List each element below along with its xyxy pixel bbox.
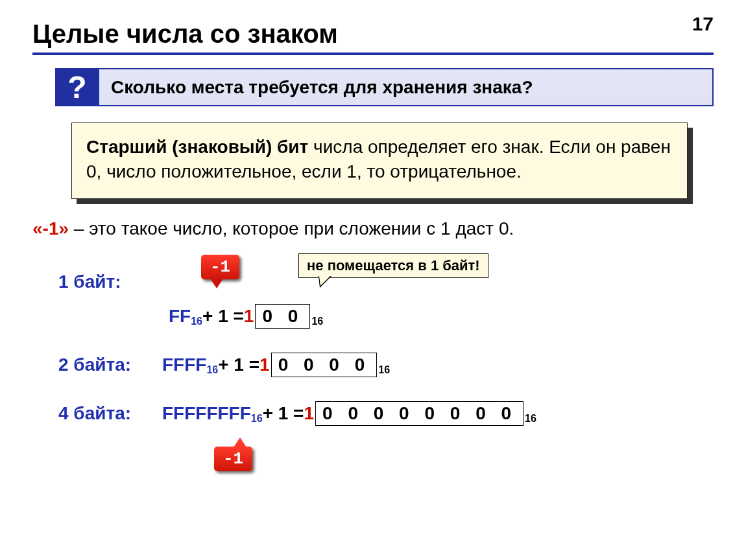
title-rule [32, 52, 714, 55]
row-2byte: 2 байта: FFFF16 + 1 = 1 0 0 0 0 16 [58, 353, 390, 377]
slide-title: Целые числа со знаком [32, 19, 714, 49]
info-bold: Старший (знаковый) бит [86, 137, 308, 157]
definition-line: «-1» – это такое число, которое при слож… [32, 218, 714, 239]
zeros-box-4: 0 0 0 0 0 0 0 0 [315, 401, 523, 426]
question-callout: ? Сколько места требуется для хранения з… [55, 68, 714, 106]
row-1byte-eq: FF16 + 1 = 1 0 0 16 [169, 304, 323, 329]
question-text: Сколько места требуется для хранения зна… [99, 68, 714, 106]
zeros-box-2: 0 0 0 0 [271, 353, 378, 377]
definition-neg: «-1» [32, 218, 69, 239]
row-1byte-label: 1 байт: [58, 272, 162, 292]
definition-rest: – это такое число, которое при сложении … [69, 218, 514, 239]
callout-neg1-top: -1 [201, 255, 239, 279]
callout-overflow: не помещается в 1 байт! [298, 253, 488, 278]
page-number: 17 [692, 13, 714, 35]
question-mark-icon: ? [55, 68, 99, 106]
callout-neg1-bottom: -1 [214, 447, 252, 471]
slide: 17 Целые числа со знаком ? Сколько места… [0, 0, 746, 511]
zeros-box-1: 0 0 [255, 304, 310, 329]
info-box: Старший (знаковый) бит числа определяет … [71, 122, 688, 199]
byte-examples: -1 не помещается в 1 байт! 1 байт: FF16 … [45, 259, 714, 498]
row-4byte: 4 байта: FFFFFFFF16 + 1 = 1 0 0 0 0 0 0 … [58, 401, 536, 426]
